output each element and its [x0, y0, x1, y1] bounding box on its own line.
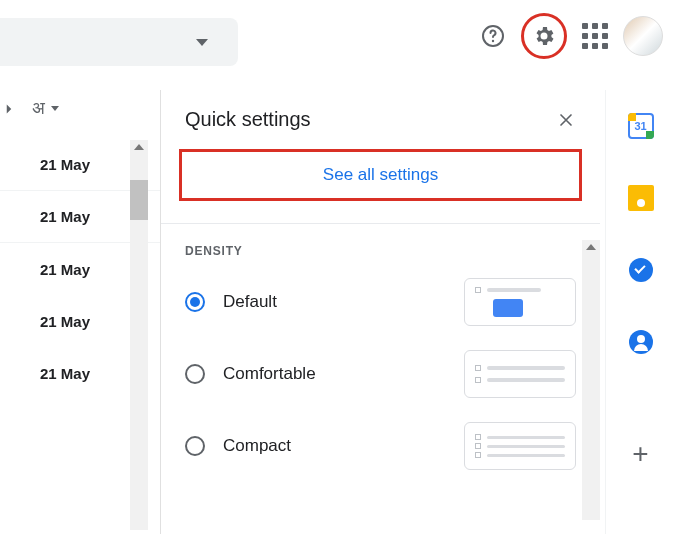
density-section-label: DENSITY [161, 224, 600, 266]
google-apps-button[interactable] [575, 16, 615, 56]
see-all-settings-highlight: See all settings [179, 149, 582, 201]
mail-list-scrollbar[interactable] [130, 140, 148, 530]
caret-down-icon [196, 39, 208, 46]
density-label: Comfortable [223, 364, 316, 384]
plus-icon: + [632, 440, 648, 468]
radio-default[interactable] [185, 292, 205, 312]
get-addons-button[interactable]: + [627, 440, 655, 468]
density-preview-compact [464, 422, 576, 470]
panel-scrollbar[interactable] [582, 240, 600, 520]
keep-addon-button[interactable] [627, 184, 655, 212]
contacts-addon-button[interactable] [627, 328, 655, 356]
density-label: Default [223, 292, 277, 312]
radio-comfortable[interactable] [185, 364, 205, 384]
top-bar [0, 0, 675, 72]
settings-button[interactable] [526, 18, 562, 54]
scroll-up-icon [134, 144, 144, 150]
density-option-compact[interactable]: Compact [161, 410, 600, 482]
apps-grid-icon [582, 23, 608, 49]
input-tools-button[interactable]: अ [32, 98, 59, 119]
input-tools-label: अ [32, 98, 45, 119]
tasks-addon-button[interactable] [627, 256, 655, 284]
search-options-dropdown[interactable] [0, 18, 238, 66]
density-label: Compact [223, 436, 291, 456]
gear-icon [532, 24, 556, 48]
settings-button-highlight [521, 13, 567, 59]
calendar-addon-button[interactable]: 31 [627, 112, 655, 140]
density-preview-comfortable [464, 350, 576, 398]
caret-down-icon [51, 106, 59, 111]
calendar-icon: 31 [628, 113, 654, 139]
radio-compact[interactable] [185, 436, 205, 456]
chevron-right-icon[interactable] [0, 100, 18, 118]
scroll-up-icon [586, 244, 596, 250]
density-option-default[interactable]: Default [161, 266, 600, 338]
keep-icon [628, 185, 654, 211]
quick-settings-panel: Quick settings See all settings DENSITY … [160, 90, 600, 534]
close-icon [556, 110, 576, 130]
mail-toolbar: अ [0, 90, 160, 139]
calendar-day-number: 31 [634, 120, 646, 132]
density-option-comfortable[interactable]: Comfortable [161, 338, 600, 410]
svg-point-1 [492, 40, 494, 42]
contacts-icon [629, 330, 653, 354]
close-panel-button[interactable] [556, 110, 576, 130]
help-icon [481, 24, 505, 48]
density-preview-default [464, 278, 576, 326]
scrollbar-thumb[interactable] [130, 180, 148, 220]
side-addons-panel: 31 + [605, 90, 675, 534]
panel-title: Quick settings [185, 108, 311, 131]
account-avatar[interactable] [623, 16, 663, 56]
support-button[interactable] [473, 16, 513, 56]
tasks-icon [629, 258, 653, 282]
see-all-settings-button[interactable]: See all settings [323, 165, 438, 185]
